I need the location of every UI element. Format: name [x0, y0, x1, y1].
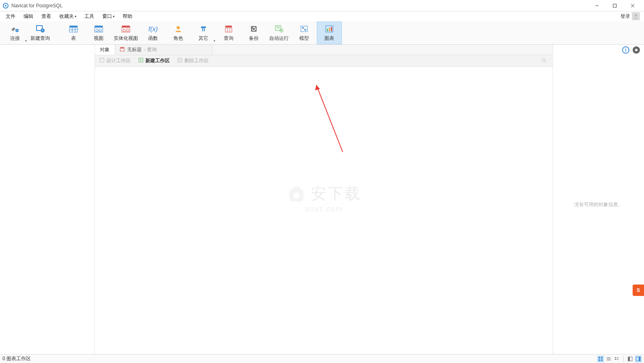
info-empty-text: 没有可用的对象信息。 — [574, 201, 623, 208]
main-toolbar: + 连接 ▾ + 新建查询 表 视图 实体化视图 f(x) 函数 角色 其它 ▾… — [0, 21, 644, 45]
panel-left-icon[interactable] — [627, 356, 633, 362]
other-icon — [198, 24, 209, 34]
svg-line-46 — [304, 28, 305, 30]
svg-rect-70 — [599, 359, 600, 361]
menu-favorites[interactable]: 收藏夹▾ — [55, 12, 80, 21]
svg-rect-50 — [331, 27, 332, 31]
search-icon[interactable] — [541, 58, 548, 64]
app-icon — [2, 2, 9, 9]
toolbar-materialized-view[interactable]: 实体化视图 — [111, 22, 140, 44]
toolbar-view[interactable]: 视图 — [86, 22, 111, 44]
toolbar-chart[interactable]: 图表 — [317, 22, 342, 44]
maximize-button[interactable] — [606, 0, 624, 11]
fx-icon: f(x) — [147, 24, 159, 34]
svg-rect-13 — [69, 26, 78, 27]
minimize-button[interactable] — [588, 0, 606, 11]
design-icon — [99, 57, 105, 64]
tab-objects[interactable]: 对象 — [95, 45, 115, 55]
toolbar-table[interactable]: 表 — [61, 22, 86, 44]
toolbar-connect[interactable]: + 连接 ▾ — [2, 22, 28, 44]
svg-text:+: + — [140, 58, 142, 62]
info-sidebar: i 没有可用的对象信息。 — [553, 45, 644, 354]
svg-point-28 — [177, 26, 180, 29]
svg-rect-71 — [601, 359, 603, 361]
info-sidebar-body: 没有可用的对象信息。 — [553, 55, 644, 354]
menubar: 文件 编辑 查看 收藏夹▾ 工具 窗口▾ 帮助 登录 — [0, 11, 644, 21]
tabs-row: 对象 无标题 - 查询 — [95, 45, 553, 55]
svg-rect-53 — [100, 58, 104, 62]
svg-rect-75 — [615, 357, 616, 358]
plug-icon: + — [9, 24, 21, 34]
login-label: 登录 — [620, 13, 630, 20]
center-panel: 对象 无标题 - 查询 设计工作区 + 新建工作区 删除工作区 — [95, 45, 553, 354]
design-workspace-button[interactable]: 设计工作区 — [97, 57, 132, 65]
view-icon — [93, 24, 104, 34]
preview-icon[interactable] — [633, 46, 640, 54]
titlebar: Navicat for PostgreSQL — [0, 0, 644, 11]
new-workspace-button[interactable]: + 新建工作区 — [136, 57, 171, 65]
svg-rect-52 — [120, 48, 124, 51]
svg-rect-32 — [225, 26, 232, 27]
statusbar: 0 图表工作区 — [0, 354, 644, 363]
svg-point-6 — [635, 14, 637, 17]
annotation-arrow-icon — [314, 83, 351, 156]
toolbar-autorun[interactable]: 自动运行 — [266, 22, 292, 44]
login-button[interactable]: 登录 — [620, 12, 642, 20]
role-icon — [173, 24, 184, 34]
backup-icon — [248, 24, 259, 34]
svg-marker-63 — [315, 85, 320, 90]
menu-file[interactable]: 文件 — [2, 12, 19, 21]
toolbar-role[interactable]: 角色 — [166, 22, 191, 44]
toolbar-query[interactable]: 查询 — [216, 22, 241, 44]
delete-workspace-button[interactable]: 删除工作区 — [175, 57, 210, 65]
menu-help[interactable]: 帮助 — [119, 12, 136, 21]
svg-point-21 — [99, 29, 102, 32]
body: 对象 无标题 - 查询 设计工作区 + 新建工作区 删除工作区 — [0, 45, 644, 354]
query-tab-icon — [120, 47, 125, 53]
svg-rect-29 — [201, 26, 206, 28]
new-query-icon: + — [35, 24, 46, 34]
autorun-icon — [273, 24, 285, 34]
svg-line-62 — [316, 85, 343, 152]
panel-right-icon[interactable] — [635, 356, 642, 362]
svg-point-25 — [123, 29, 125, 32]
svg-point-26 — [126, 29, 129, 32]
svg-rect-80 — [628, 357, 630, 361]
workspace-content: 安下载 anxz.com — [95, 67, 553, 354]
model-icon — [298, 24, 310, 34]
tab-untitled-query[interactable]: 无标题 - 查询 — [115, 45, 212, 55]
svg-rect-48 — [327, 29, 328, 31]
menu-view[interactable]: 查看 — [37, 12, 55, 21]
svg-line-42 — [281, 30, 282, 31]
close-button[interactable] — [624, 0, 642, 11]
toolbar-model[interactable]: 模型 — [292, 22, 317, 44]
menu-tools[interactable]: 工具 — [80, 12, 98, 21]
svg-point-60 — [542, 59, 545, 62]
svg-text:+: + — [41, 28, 43, 33]
info-sidebar-header: i — [553, 45, 644, 55]
svg-rect-49 — [329, 28, 330, 31]
window-controls — [588, 0, 642, 11]
view-list-icon[interactable] — [605, 356, 612, 362]
menu-window[interactable]: 窗口▾ — [98, 12, 119, 21]
connections-sidebar[interactable] — [0, 45, 95, 354]
toolbar-new-query[interactable]: + 新建查询 — [28, 22, 53, 44]
view-detail-icon[interactable] — [614, 356, 620, 362]
svg-rect-68 — [599, 357, 600, 359]
svg-rect-45 — [305, 29, 306, 30]
svg-rect-69 — [601, 357, 603, 359]
chevron-down-icon: ▾ — [25, 39, 27, 43]
svg-point-67 — [635, 49, 638, 51]
chevron-down-icon: ▾ — [214, 39, 215, 43]
menu-edit[interactable]: 编辑 — [19, 12, 37, 21]
toolbar-other[interactable]: 其它 ▾ — [191, 22, 216, 44]
toolbar-function[interactable]: f(x) 函数 — [140, 22, 166, 44]
query-icon — [223, 24, 234, 34]
svg-rect-65 — [293, 187, 300, 191]
svg-point-20 — [96, 29, 98, 32]
toolbar-backup[interactable]: 备份 — [241, 22, 266, 44]
svg-point-54 — [101, 59, 102, 60]
view-grid-icon[interactable] — [597, 356, 604, 362]
ime-indicator[interactable]: S — [633, 285, 644, 296]
info-icon[interactable]: i — [622, 46, 629, 54]
